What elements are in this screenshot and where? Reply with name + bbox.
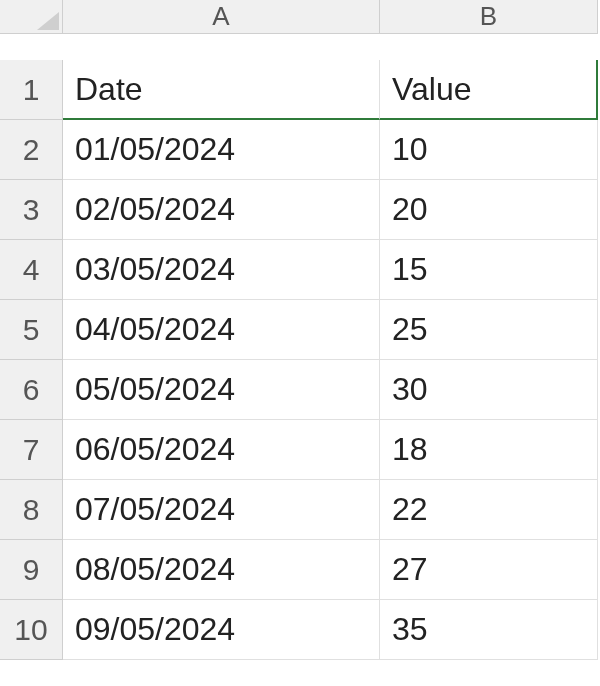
row-header-2[interactable]: 2	[0, 120, 63, 180]
row-header-7[interactable]: 7	[0, 420, 63, 480]
cell-B2[interactable]: 10	[380, 120, 598, 180]
row-header-3[interactable]: 3	[0, 180, 63, 240]
cell-B8[interactable]: 22	[380, 480, 598, 540]
cell-A4[interactable]: 03/05/2024	[63, 240, 380, 300]
row-header-9[interactable]: 9	[0, 540, 63, 600]
row-header-10[interactable]: 10	[0, 600, 63, 660]
select-all-corner[interactable]	[0, 0, 63, 34]
cell-B10[interactable]: 35	[380, 600, 598, 660]
col-header-B[interactable]: B	[380, 0, 598, 34]
cell-B6[interactable]: 30	[380, 360, 598, 420]
row-header-6[interactable]: 6	[0, 360, 63, 420]
cell-B1[interactable]: Value	[380, 60, 598, 120]
cell-A1[interactable]: Date	[63, 60, 380, 120]
spreadsheet-grid[interactable]: A B 1 Date Value 2 01/05/2024 10 3 02/05…	[0, 0, 600, 660]
cell-A7[interactable]: 06/05/2024	[63, 420, 380, 480]
row-header-8[interactable]: 8	[0, 480, 63, 540]
row-header-1[interactable]: 1	[0, 60, 63, 120]
cell-A9[interactable]: 08/05/2024	[63, 540, 380, 600]
cell-A3[interactable]: 02/05/2024	[63, 180, 380, 240]
col-header-A[interactable]: A	[63, 0, 380, 34]
cell-A5[interactable]: 04/05/2024	[63, 300, 380, 360]
cell-A2[interactable]: 01/05/2024	[63, 120, 380, 180]
row-header-5[interactable]: 5	[0, 300, 63, 360]
cell-B7[interactable]: 18	[380, 420, 598, 480]
cell-A6[interactable]: 05/05/2024	[63, 360, 380, 420]
cell-B5[interactable]: 25	[380, 300, 598, 360]
cell-B9[interactable]: 27	[380, 540, 598, 600]
cell-B4[interactable]: 15	[380, 240, 598, 300]
row-header-4[interactable]: 4	[0, 240, 63, 300]
cell-B3[interactable]: 20	[380, 180, 598, 240]
cell-A8[interactable]: 07/05/2024	[63, 480, 380, 540]
cell-A10[interactable]: 09/05/2024	[63, 600, 380, 660]
